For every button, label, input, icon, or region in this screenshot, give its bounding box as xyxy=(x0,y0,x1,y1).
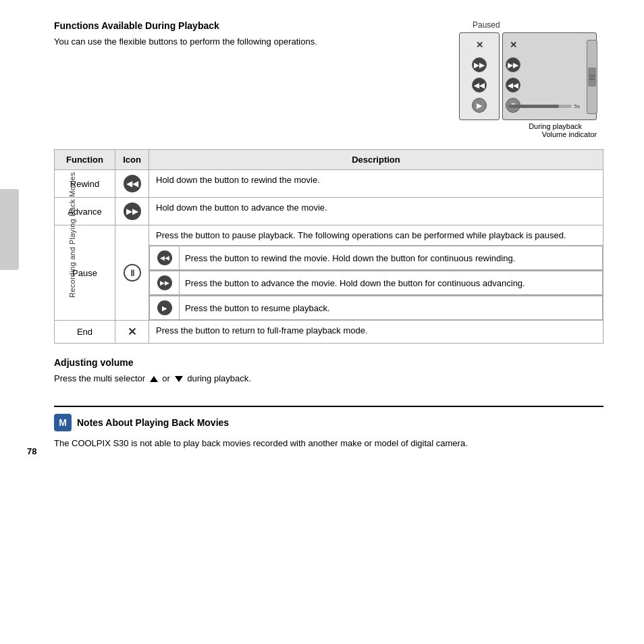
paused-label: Paused xyxy=(473,20,500,30)
section2-suffix: during playback. xyxy=(187,373,251,383)
notes-text: The COOLPIX S30 is not able to play back… xyxy=(54,437,603,450)
sub-row-play-cell: ▶ Press the button to resume playback. xyxy=(149,296,603,321)
volume-line-3 xyxy=(589,79,595,80)
screen-large-x-icon: ✕ xyxy=(506,37,520,52)
screen-rewind-icon: ◀◀ xyxy=(472,78,487,92)
sub-desc-advance: Press the button to advance the movie. H… xyxy=(180,271,603,295)
col-header-icon: Icon xyxy=(115,150,149,170)
top-text: Functions Available During Playback You … xyxy=(54,20,446,59)
icon-rewind: ◀◀ xyxy=(115,170,149,198)
table-row-rewind: Rewind ◀◀ Hold down the button to rewind… xyxy=(55,170,603,198)
desc-rewind: Hold down the button to rewind the movie… xyxy=(149,170,603,198)
triangle-up-icon xyxy=(150,376,158,382)
sub-play-icon: ▶ xyxy=(157,300,172,315)
section1-title: Functions Available During Playback xyxy=(54,20,446,31)
triangle-down-icon xyxy=(175,376,183,382)
sidebar-tab xyxy=(0,189,19,270)
table-row-pause: Pause Ⅱ Press the button to pause playba… xyxy=(55,225,603,246)
page-number: 78 xyxy=(27,446,36,456)
notes-section: M Notes About Playing Back Movies The CO… xyxy=(54,406,603,450)
table-row-end: End ✕ Press the button to return to full… xyxy=(55,321,603,344)
sub-icon-advance: ▶▶ xyxy=(150,271,180,295)
sub-icon-rewind: ◀◀ xyxy=(150,246,180,270)
sub-row-advance-cell: ▶▶ Press the button to advance the movie… xyxy=(149,271,603,296)
desc-advance: Hold down the button to advance the movi… xyxy=(149,198,603,225)
progress-fill xyxy=(508,105,559,108)
camera-screen-playback: ✕ ▶▶ ◀◀ ⏸ 5s xyxy=(502,32,597,120)
col-header-description: Description xyxy=(149,150,603,170)
volume-line-2 xyxy=(589,77,595,78)
section2-title: Adjusting volume xyxy=(54,357,603,368)
func-rewind: Rewind xyxy=(55,170,115,198)
func-end: End xyxy=(55,321,115,344)
x-mark-icon: ✕ xyxy=(128,326,136,338)
volume-line-1 xyxy=(589,75,595,76)
volume-slider xyxy=(587,40,597,114)
notes-icon: M xyxy=(54,414,72,431)
desc-pause-main: Press the button to pause playback. The … xyxy=(149,225,603,246)
notes-header: M Notes About Playing Back Movies xyxy=(54,414,603,431)
during-playback-label: During playback xyxy=(529,122,582,130)
progress-time: 5s xyxy=(574,103,580,109)
sidebar-label: Recording and Playing Back Movies xyxy=(68,172,76,298)
screen-forward-icon: ▶▶ xyxy=(472,57,487,72)
camera-screens: ✕ ▶▶ ◀◀ ▶ ✕ ▶▶ ◀◀ ⏸ xyxy=(459,32,597,120)
sub-rewind-icon: ◀◀ xyxy=(157,250,172,265)
volume-indicator-label: Volume indicator xyxy=(542,130,597,138)
progress-bar-area: 5s xyxy=(508,102,580,110)
screen-large-rewind-icon: ◀◀ xyxy=(506,78,520,92)
sub-icon-play: ▶ xyxy=(150,296,180,320)
camera-ui: Paused ✕ ▶▶ ◀◀ ▶ ✕ ▶▶ ◀◀ ⏸ xyxy=(459,20,597,138)
func-advance: Advance xyxy=(55,198,115,225)
section1-desc: You can use the flexible buttons to perf… xyxy=(54,35,446,49)
icon-end: ✕ xyxy=(115,321,149,344)
icon-advance: ▶▶ xyxy=(115,198,149,225)
sub-advance-icon: ▶▶ xyxy=(157,275,172,290)
desc-end: Press the button to return to full-frame… xyxy=(149,321,603,344)
section2-or: or xyxy=(162,373,170,383)
icon-pause: Ⅱ xyxy=(115,225,149,321)
sub-desc-play: Press the button to resume playback. xyxy=(180,296,603,320)
col-header-function: Function xyxy=(55,150,115,170)
screen-x-icon: ✕ xyxy=(472,37,487,52)
progress-bar xyxy=(508,105,572,108)
screen-large-forward-icon: ▶▶ xyxy=(506,57,520,72)
advance-circle-icon: ▶▶ xyxy=(124,203,141,220)
rewind-circle-icon: ◀◀ xyxy=(124,175,141,192)
camera-screen-paused: ✕ ▶▶ ◀◀ ▶ xyxy=(459,32,500,120)
function-table: Function Icon Description Rewind ◀◀ Hold… xyxy=(54,149,603,344)
func-pause: Pause xyxy=(55,225,115,321)
section2-prefix: Press the multi selector xyxy=(54,373,145,383)
top-area: Functions Available During Playback You … xyxy=(54,20,603,138)
volume-handle xyxy=(588,68,596,86)
sub-desc-rewind: Press the button to rewind the movie. Ho… xyxy=(180,246,603,270)
pause-circle-icon: Ⅱ xyxy=(124,264,141,281)
notes-title: Notes About Playing Back Movies xyxy=(77,417,229,428)
section2-desc: Press the multi selector or during playb… xyxy=(54,372,603,385)
table-row-advance: Advance ▶▶ Hold down the button to advan… xyxy=(55,198,603,225)
screen-play-icon: ▶ xyxy=(472,98,487,113)
sub-row-rewind-cell: ◀◀ Press the button to rewind the movie.… xyxy=(149,246,603,271)
